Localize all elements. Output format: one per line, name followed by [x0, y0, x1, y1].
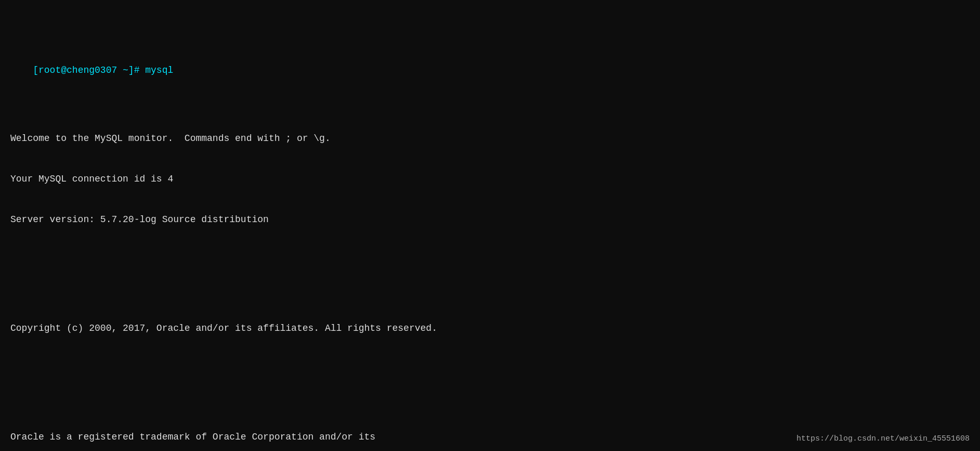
- url-footer: https://blog.csdn.net/weixin_45551608: [796, 433, 970, 445]
- copyright-line: Copyright (c) 2000, 2017, Oracle and/or …: [10, 321, 970, 335]
- connection-line: Your MySQL connection id is 4: [10, 172, 970, 186]
- root-prompt: [root@cheng0307 ~]# mysql: [33, 65, 173, 75]
- root-command-line: [root@cheng0307 ~]# mysql: [10, 50, 970, 91]
- version-line: Server version: 5.7.20-log Source distri…: [10, 213, 970, 226]
- terminal-window: [root@cheng0307 ~]# mysql Welcome to the…: [10, 9, 970, 451]
- welcome-line: Welcome to the MySQL monitor. Commands e…: [10, 132, 970, 145]
